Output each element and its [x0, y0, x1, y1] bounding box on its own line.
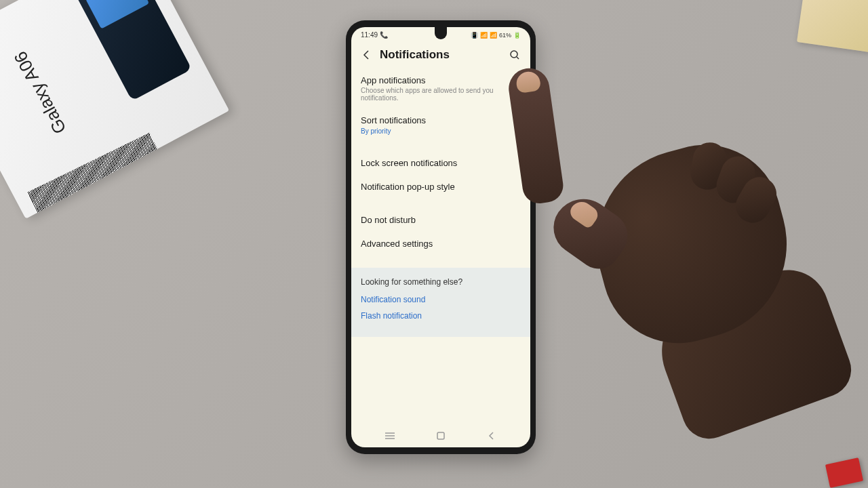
setting-title: Sort notifications — [361, 115, 521, 125]
camera-notch — [435, 27, 447, 39]
footer-section: Looking for something else? Notification… — [351, 268, 530, 337]
status-time: 11:49 — [361, 31, 378, 39]
link-flash-notification[interactable]: Flash notification — [361, 311, 521, 321]
signal-icon: 📶 — [490, 32, 497, 39]
wifi-icon: 📶 — [480, 32, 488, 39]
battery-icon: 🔋 — [513, 32, 521, 39]
setting-title: Do not disturb — [361, 215, 521, 225]
setting-app-notifications[interactable]: App notifications Choose which apps are … — [361, 68, 521, 108]
svg-rect-1 — [437, 432, 444, 439]
setting-value: By priority — [361, 127, 521, 135]
barcode — [28, 133, 161, 217]
setting-title: Advanced settings — [361, 239, 521, 249]
setting-subtitle: Choose which apps are allowed to send yo… — [361, 87, 521, 102]
call-icon: 📞 — [380, 31, 388, 39]
setting-title: Notification pop-up style — [361, 182, 521, 192]
nav-recent-button[interactable] — [383, 431, 397, 441]
svg-point-0 — [511, 51, 517, 58]
back-button[interactable] — [361, 49, 373, 61]
box-phone-image — [75, 0, 192, 101]
footer-title: Looking for something else? — [361, 277, 521, 287]
phone-frame: 11:49 📞 📳 📶 📶 61% 🔋 Notifications — [346, 20, 536, 454]
link-notification-sound[interactable]: Notification sound — [361, 295, 521, 304]
wood-block-decoration — [797, 0, 868, 52]
navigation-bar — [351, 424, 530, 447]
setting-sort-notifications[interactable]: Sort notifications By priority — [361, 108, 521, 142]
box-model-label: Galaxy A06 — [10, 47, 71, 137]
hand — [502, 68, 787, 407]
page-header: Notifications — [351, 40, 530, 68]
phone-screen: 11:49 📞 📳 📶 📶 61% 🔋 Notifications — [351, 27, 530, 447]
red-block-decoration — [825, 458, 863, 488]
vibrate-icon: 📳 — [471, 32, 478, 39]
setting-title: App notifications — [361, 75, 521, 85]
setting-lock-screen-notifications[interactable]: Lock screen notifications — [361, 151, 521, 175]
nav-back-button[interactable] — [485, 431, 498, 441]
search-button[interactable] — [509, 49, 521, 61]
setting-do-not-disturb[interactable]: Do not disturb — [361, 208, 521, 232]
nav-home-button[interactable] — [434, 431, 448, 441]
setting-title: Lock screen notifications — [361, 158, 521, 168]
setting-advanced[interactable]: Advanced settings — [361, 232, 521, 256]
page-title: Notifications — [380, 48, 502, 62]
product-box: SAMSUNG Galaxy A06 — [0, 0, 229, 219]
battery-percentage: 61% — [499, 32, 511, 39]
settings-list: App notifications Choose which apps are … — [351, 68, 530, 256]
setting-popup-style[interactable]: Notification pop-up style — [361, 175, 521, 199]
